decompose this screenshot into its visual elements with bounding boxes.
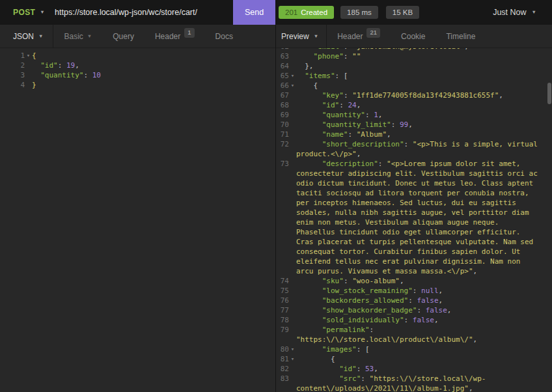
code-text: "items": [ [296, 71, 547, 81]
request-tab-bar: JSON ▼ Basic ▼ Query Header 1 Docs [0, 25, 275, 48]
chevron-down-icon: ▼ [40, 10, 45, 15]
code-text: "key": "1ff1de774005f8da13f42943881c655f… [296, 91, 547, 100]
code-line: 67 "key": "1ff1de774005f8da13f42943881c6… [276, 91, 552, 100]
url-input[interactable] [53, 0, 233, 25]
code-text: "quantity": 10 [32, 70, 275, 80]
code-line: 64 }, [276, 61, 552, 71]
line-number: 77 [276, 305, 289, 315]
code-text: } [32, 80, 275, 90]
line-number: 2 [0, 61, 25, 70]
line-number: 80 [276, 344, 289, 354]
history-dropdown[interactable]: Just Now ▼ [489, 7, 540, 18]
code-text: "sold_individually": false, [296, 315, 547, 325]
line-number: 81 [276, 354, 289, 364]
line-number: 4 [0, 80, 25, 90]
code-line: 82 "id": 53, [276, 364, 552, 374]
code-text: "show_backorder_badge": false, [296, 305, 547, 315]
code-text: "id": 24, [296, 100, 547, 110]
code-text: "images": [ [296, 344, 547, 354]
code-line: 1▾{ [0, 51, 275, 61]
code-text: { [296, 354, 547, 364]
code-text: "description": "<p>Lorem ipsum dolor sit… [296, 159, 547, 276]
code-text: "permalink": "https:\/\/store.local\/pro… [296, 325, 547, 344]
response-preview[interactable]: 62 "email": "jane.smith@mystore.local",6… [276, 48, 552, 392]
header-count-badge: 21 [366, 28, 380, 37]
code-line: 73 "description": "<p>Lorem ipsum dolor … [276, 159, 552, 276]
fold-arrow-icon[interactable]: ▾ [289, 344, 296, 354]
line-number: 65 [276, 71, 289, 81]
response-time-badge: 185 ms [340, 6, 378, 19]
code-text: "quantity": 1, [296, 110, 547, 120]
response-panel: Preview ▼ Header 21 Cookie Timeline 62 "… [276, 25, 552, 392]
response-code: 62 "email": "jane.smith@mystore.local",6… [276, 48, 552, 392]
line-number: 71 [276, 130, 289, 139]
tab-docs[interactable]: Docs [205, 25, 243, 48]
code-line: 69 "quantity": 1, [276, 110, 552, 120]
code-line: 81▾ { [276, 354, 552, 364]
fold-arrow-icon[interactable]: ▾ [289, 81, 296, 91]
code-line: 2 "id": 19, [0, 61, 275, 70]
line-number: 75 [276, 286, 289, 296]
tab-auth[interactable]: Basic ▼ [53, 25, 102, 48]
line-number: 79 [276, 325, 289, 335]
line-number: 66 [276, 81, 289, 91]
status-text: Created [301, 8, 327, 16]
code-line: 72 "short_description": "<p>This is a si… [276, 139, 552, 159]
line-number: 67 [276, 91, 289, 100]
code-text: "id": 19, [32, 61, 275, 70]
fold-arrow-icon[interactable]: ▾ [289, 71, 296, 81]
line-number: 63 [276, 51, 289, 61]
method-label: POST [13, 8, 35, 17]
top-bar: POST ▼ Send 201 Created 185 ms 15 KB Jus… [0, 0, 552, 25]
line-number: 72 [276, 139, 289, 149]
tab-request-header[interactable]: Header 1 [145, 25, 205, 48]
fold-arrow-icon[interactable]: ▾ [25, 51, 32, 61]
code-text: "sku": "woo-album", [296, 276, 547, 286]
scrollbar-thumb[interactable] [547, 83, 551, 104]
code-text: { [296, 81, 547, 91]
code-text: "short_description": "<p>This is a simpl… [296, 139, 547, 159]
main-area: JSON ▼ Basic ▼ Query Header 1 Docs 1▾{2 … [0, 25, 552, 392]
chevron-down-icon: ▼ [38, 34, 43, 39]
line-number: 1 [0, 51, 25, 61]
auth-type-label: Basic [64, 32, 83, 41]
request-body-editor[interactable]: 1▾{2 "id": 19,3 "quantity": 104} [0, 48, 275, 392]
tab-timeline[interactable]: Timeline [435, 25, 486, 48]
chevron-down-icon: ▼ [314, 34, 318, 39]
body-type-dropdown[interactable]: JSON ▼ [0, 25, 53, 48]
code-line: 80▾ "images": [ [276, 344, 552, 354]
tab-query[interactable]: Query [102, 25, 145, 48]
code-line: 66▾ { [276, 81, 552, 91]
request-url-bar: POST ▼ Send [0, 0, 276, 25]
code-line: 78 "sold_individually": false, [276, 315, 552, 325]
code-line: 4} [0, 80, 275, 90]
history-label: Just Now [493, 8, 526, 17]
send-button[interactable]: Send [233, 0, 275, 25]
request-code: 1▾{2 "id": 19,3 "quantity": 104} [0, 51, 275, 90]
code-line: 3 "quantity": 10 [0, 70, 275, 80]
code-text: "name": "Album", [296, 130, 547, 139]
response-meta-bar: 201 Created 185 ms 15 KB Just Now ▼ [276, 0, 552, 25]
code-line: 65▾ "items": [ [276, 71, 552, 81]
preview-label: Preview [281, 32, 309, 41]
line-number: 68 [276, 100, 289, 110]
tab-header-label: Header [155, 32, 180, 41]
preview-mode-dropdown[interactable]: Preview ▼ [276, 25, 326, 48]
fold-arrow-icon[interactable]: ▾ [289, 354, 296, 364]
tab-response-header[interactable]: Header 21 [327, 25, 391, 48]
body-type-label: JSON [13, 32, 34, 41]
app-window: POST ▼ Send 201 Created 185 ms 15 KB Jus… [0, 0, 552, 392]
code-line: 68 "id": 24, [276, 100, 552, 110]
line-number: 64 [276, 61, 289, 71]
line-number: 69 [276, 110, 289, 120]
method-dropdown[interactable]: POST ▼ [0, 0, 53, 25]
line-number: 73 [276, 159, 289, 169]
tab-cookie[interactable]: Cookie [391, 25, 435, 48]
code-line: 76 "backorders_allowed": false, [276, 296, 552, 305]
line-number: 74 [276, 276, 289, 286]
code-text: "low_stock_remaining": null, [296, 286, 547, 296]
header-count-badge: 1 [184, 28, 194, 37]
code-text: "src": "https:\/\/store.local\/wp-conten… [296, 374, 547, 392]
code-text: "backorders_allowed": false, [296, 296, 547, 305]
code-line: 70 "quantity_limit": 99, [276, 120, 552, 130]
